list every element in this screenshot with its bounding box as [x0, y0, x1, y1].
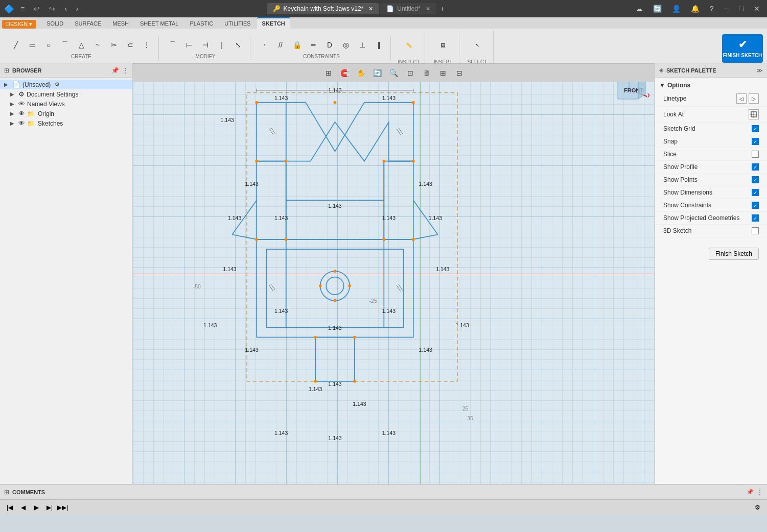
- line-tool-btn[interactable]: ╱: [8, 37, 24, 53]
- pan-btn[interactable]: ✋: [355, 67, 367, 79]
- arc-tool-btn[interactable]: ⌒: [57, 37, 73, 53]
- comments-expand-btn[interactable]: ⊞: [4, 489, 9, 496]
- snap-checkbox[interactable]: ✓: [752, 138, 759, 145]
- nav-back-btn[interactable]: ‹: [61, 4, 70, 14]
- linetype-next-btn[interactable]: ▷: [749, 93, 759, 104]
- zoom-window-btn[interactable]: 🔍: [388, 67, 400, 79]
- ribbon-content: ╱ ▭ ○ ⌒ △ ~ ✂ ⊂ ⋮ CREATE ⌒ ⊢ ⊣ | ⤡ MODIF…: [0, 29, 767, 68]
- measure-btn[interactable]: 📏: [397, 32, 421, 58]
- tree-item-doc-settings[interactable]: ▶ ⚙ Document Settings: [0, 89, 132, 99]
- orbit-btn[interactable]: 🔄: [371, 67, 384, 79]
- tab-solid[interactable]: SOLID: [41, 18, 68, 29]
- constraint8-btn[interactable]: ∥: [371, 37, 386, 53]
- tab-icon: 🔑: [273, 5, 281, 12]
- select-tool-btn[interactable]: ↖: [466, 32, 489, 58]
- look-at-btn[interactable]: [749, 109, 759, 119]
- redo-btn[interactable]: ↪: [46, 4, 58, 14]
- trim-btn[interactable]: ⊢: [181, 37, 197, 53]
- show-constraints-checkbox[interactable]: ✓: [752, 202, 759, 209]
- polygon-tool-btn[interactable]: △: [74, 37, 89, 53]
- tree-label-doc-settings: Document Settings: [27, 91, 78, 98]
- last-btn[interactable]: ▶▶|: [57, 502, 68, 513]
- account-btn[interactable]: 👤: [669, 4, 684, 14]
- snap-tool-btn[interactable]: 🧲: [339, 67, 351, 79]
- prev-btn[interactable]: ◀: [17, 502, 29, 513]
- zoom-fit-btn[interactable]: ⊡: [404, 67, 416, 79]
- undo-btn[interactable]: ↩: [31, 4, 43, 14]
- tab-sheet-metal[interactable]: SHEET METAL: [135, 18, 183, 29]
- tab-utilities[interactable]: UTILITIES: [219, 18, 255, 29]
- tab2-close-icon[interactable]: ✕: [426, 6, 430, 12]
- 3d-sketch-checkbox[interactable]: [752, 227, 759, 234]
- tree-settings-icon[interactable]: ⚙: [55, 81, 60, 88]
- tab-surface[interactable]: SURFACE: [69, 18, 106, 29]
- show-projected-checkbox[interactable]: ✓: [752, 214, 759, 222]
- fillet-btn[interactable]: ⌒: [165, 37, 180, 53]
- tab-mesh[interactable]: MESH: [107, 18, 134, 29]
- restore-btn[interactable]: □: [736, 4, 747, 14]
- design-mode-btn[interactable]: DESIGN ▾: [2, 20, 36, 29]
- extend-btn[interactable]: ⊣: [198, 37, 213, 53]
- horizontal-btn[interactable]: ━: [306, 37, 321, 53]
- canvas-area[interactable]: 1.143 1.143 1.143 1.143 1.143 1.143 1.14…: [133, 63, 655, 484]
- refresh-btn[interactable]: 🔄: [650, 4, 665, 14]
- show-profile-checkbox[interactable]: ✓: [752, 163, 759, 171]
- tree-item-sketches[interactable]: ▶ 👁 📁 Sketches: [0, 118, 132, 128]
- slice-checkbox[interactable]: [752, 151, 759, 158]
- finish-sketch-palette-btn[interactable]: Finish Sketch: [709, 248, 759, 260]
- tab-close-icon[interactable]: ✕: [368, 6, 373, 12]
- new-tab-btn[interactable]: +: [437, 4, 448, 14]
- spline-tool-btn[interactable]: ~: [90, 37, 105, 53]
- comments-more-btn[interactable]: ⋮: [757, 489, 763, 496]
- play-btn[interactable]: ▶: [31, 502, 42, 513]
- insert-image-icon: 🖼: [440, 42, 446, 48]
- tab-plastic[interactable]: PLASTIC: [184, 18, 218, 29]
- collinear-btn[interactable]: //: [273, 37, 288, 53]
- display-settings-btn[interactable]: 🖥: [421, 67, 433, 79]
- coincident-btn[interactable]: ⋅: [257, 37, 272, 53]
- timeline-settings-btn[interactable]: ⚙: [752, 502, 763, 513]
- grid-snap-btn[interactable]: ⊞: [322, 67, 335, 79]
- mirror-tool-btn[interactable]: ⋮: [139, 37, 154, 53]
- notifications-btn[interactable]: 🔔: [688, 4, 703, 14]
- constraint6-btn[interactable]: ◎: [338, 37, 354, 53]
- look-at-icon: [750, 111, 757, 118]
- cloud-save-btn[interactable]: ☁: [633, 4, 646, 14]
- next-btn[interactable]: ▶|: [44, 502, 55, 513]
- sketch-grid-checkbox[interactable]: ✓: [752, 125, 759, 132]
- nav-forward-btn[interactable]: ›: [73, 4, 82, 14]
- browser-collapse-btn[interactable]: ⊞: [4, 67, 9, 74]
- tree-item-unsaved[interactable]: ▶ 📄 (Unsaved) ⚙: [0, 80, 132, 89]
- options-section-header[interactable]: ▼ Options: [655, 80, 767, 91]
- trim-tool-btn[interactable]: ✂: [106, 37, 122, 53]
- first-btn[interactable]: |◀: [4, 502, 15, 513]
- constraint7-btn[interactable]: ⊥: [355, 37, 370, 53]
- tree-item-origin[interactable]: ▶ 👁 📁 Origin: [0, 109, 132, 118]
- svg-text:1.143: 1.143: [245, 347, 258, 353]
- menu-btn[interactable]: ≡: [17, 4, 28, 14]
- grid-settings-btn[interactable]: ⊞: [437, 67, 449, 79]
- browser-pin-btn[interactable]: 📌: [111, 67, 119, 74]
- tab-untitled[interactable]: 📄 Untitled* ✕: [380, 3, 436, 14]
- layout-btn[interactable]: ⊟: [453, 67, 466, 79]
- finish-sketch-btn[interactable]: ✔ FINISH SKETCH: [722, 34, 763, 63]
- minimize-btn[interactable]: ─: [721, 4, 732, 14]
- project-tool-btn[interactable]: ⊂: [123, 37, 138, 53]
- rectangle-tool-btn[interactable]: ▭: [25, 37, 40, 53]
- lock-btn[interactable]: 🔒: [289, 37, 305, 53]
- scale-btn[interactable]: ⤡: [230, 37, 246, 53]
- close-btn[interactable]: ✕: [751, 4, 763, 14]
- circle-tool-btn[interactable]: ○: [41, 37, 56, 53]
- show-dimensions-checkbox[interactable]: ✓: [752, 189, 759, 196]
- tab-keychain[interactable]: 🔑 Keychain with Soft Jaws v12* ✕: [267, 3, 380, 14]
- show-points-checkbox[interactable]: ✓: [752, 176, 759, 183]
- break-btn[interactable]: |: [214, 37, 229, 53]
- browser-more-btn[interactable]: ⋮: [122, 67, 128, 74]
- dimension-btn[interactable]: D: [322, 37, 337, 53]
- tree-item-named-views[interactable]: ▶ 👁 Named Views: [0, 99, 132, 109]
- palette-expand-btn[interactable]: ≫: [756, 67, 763, 74]
- insert-image-btn[interactable]: 🖼: [431, 32, 455, 58]
- tab-sketch[interactable]: SKETCH: [257, 17, 290, 29]
- linetype-prev-btn[interactable]: ◁: [736, 93, 747, 104]
- help-btn[interactable]: ?: [707, 4, 717, 14]
